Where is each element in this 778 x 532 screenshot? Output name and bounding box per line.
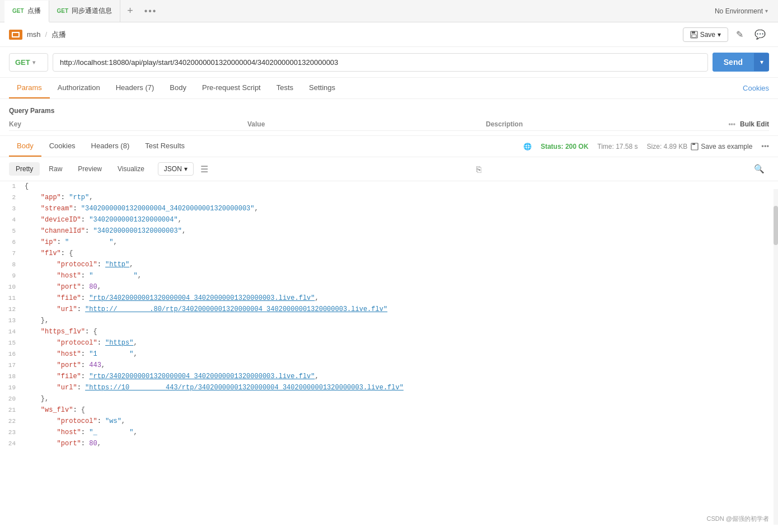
bulk-edit-button[interactable]: Bulk Edit	[740, 120, 769, 128]
json-tab-raw[interactable]: Raw	[42, 162, 69, 176]
tab-method-badge-2: GET	[57, 8, 69, 14]
resp-tab-body[interactable]: Body	[9, 136, 41, 157]
tab-label-1: 点播	[27, 6, 41, 16]
line-content-15: "protocol": "https",	[25, 338, 774, 349]
response-section: Body Cookies Headers (8) Test Results 🌐 …	[0, 136, 778, 478]
line-content-4: "deviceID": "34020000001320000004",	[25, 215, 774, 225]
line-number-9: 9	[4, 271, 25, 281]
line-number-23: 23	[4, 427, 25, 438]
tab-settings[interactable]: Settings	[301, 78, 343, 98]
line-content-20: },	[25, 394, 774, 404]
json-tab-preview[interactable]: Preview	[71, 162, 109, 176]
line-number-20: 20	[4, 394, 25, 404]
line-number-2: 2	[4, 192, 25, 203]
json-line-15: 15 "protocol": "https",	[0, 338, 778, 349]
svg-rect-1	[692, 31, 695, 34]
url-input[interactable]	[53, 53, 708, 72]
response-actions: Save as example •••	[687, 140, 769, 153]
line-content-22: "protocol": "ws",	[25, 416, 774, 427]
tab-tests[interactable]: Tests	[269, 78, 301, 98]
params-more-icon[interactable]: •••	[728, 120, 735, 128]
json-line-24: 24 "port": 80,	[0, 439, 778, 450]
line-number-1: 1	[4, 181, 25, 192]
save-button[interactable]: Save ▾	[683, 27, 728, 42]
line-number-12: 12	[4, 304, 25, 315]
line-content-24: "port": 80,	[25, 439, 774, 449]
scrollbar-thumb[interactable]	[774, 206, 778, 245]
params-header-actions: ••• Bulk Edit	[724, 120, 769, 128]
line-number-6: 6	[4, 237, 25, 248]
json-search-icon[interactable]: 🔍	[749, 162, 769, 176]
new-tab-button[interactable]: +	[120, 0, 140, 22]
query-params-section: Query Params Key Value Description ••• B…	[0, 99, 778, 136]
line-content-11: "file": "rtp/34020000001320000004_340200…	[25, 293, 774, 304]
tab-prerequest[interactable]: Pre-request Script	[194, 78, 269, 98]
json-format-selector[interactable]: JSON ▾	[158, 162, 194, 176]
cookies-link[interactable]: Cookies	[743, 84, 769, 92]
resp-tab-headers[interactable]: Headers (8)	[83, 136, 138, 157]
breadcrumb-actions: Save ▾ ✎ 💬	[683, 26, 769, 43]
tab-headers[interactable]: Headers (7)	[108, 78, 162, 98]
json-line-11: 11 "file": "rtp/34020000001320000004_340…	[0, 293, 778, 304]
json-line-19: 19 "url": "https://10 443/rtp/3402000000…	[0, 383, 778, 394]
tab-get-sync[interactable]: GET 同步通道信息	[49, 0, 121, 22]
line-content-8: "protocol": "http",	[25, 260, 774, 270]
line-content-21: "ws_flv": {	[25, 405, 774, 416]
line-content-3: "stream": "34020000001320000004_34020000…	[25, 204, 774, 214]
resp-tab-cookies[interactable]: Cookies	[41, 136, 83, 157]
line-content-19: "url": "https://10 443/rtp/3402000000132…	[25, 383, 774, 393]
breadcrumb-bar: msh / 点播 Save ▾ ✎ 💬	[0, 22, 778, 47]
line-content-16: "host": "1 ",	[25, 349, 774, 360]
line-content-18: "file": "rtp/34020000001320000004_340200…	[25, 371, 774, 382]
environment-selector[interactable]: No Environment ▾	[709, 7, 774, 15]
line-content-17: "port": 443,	[25, 360, 774, 371]
json-content[interactable]: 1{2 "app": "rtp",3 "stream": "3402000000…	[0, 181, 778, 478]
time-text: Time: 17.58 s	[597, 143, 638, 150]
resp-tab-test-results[interactable]: Test Results	[137, 136, 193, 157]
tab-authorization[interactable]: Authorization	[50, 78, 108, 98]
method-selector[interactable]: GET ▾	[9, 53, 48, 72]
response-status: 🌐 Status: 200 OK Time: 17.58 s Size: 4.8…	[523, 143, 687, 150]
scrollbar-track[interactable]	[774, 189, 778, 478]
line-content-9: "host": " ",	[25, 271, 774, 281]
line-number-22: 22	[4, 416, 25, 427]
json-copy-icon[interactable]: ⎘	[472, 162, 486, 176]
col-value: Value	[247, 120, 486, 128]
tab-body[interactable]: Body	[162, 78, 194, 98]
tab-bar: GET 点播 GET 同步通道信息 + ••• No Environment ▾	[0, 0, 778, 22]
query-params-title: Query Params	[9, 103, 769, 118]
line-number-18: 18	[4, 371, 25, 382]
json-line-23: 23 "host": "_ ",	[0, 427, 778, 439]
send-dropdown-button[interactable]: ▾	[754, 53, 769, 71]
tab-params[interactable]: Params	[9, 78, 50, 98]
send-main-button[interactable]: Send	[713, 53, 754, 72]
tab-more-button[interactable]: •••	[140, 0, 162, 22]
save-example-button[interactable]: Save as example	[687, 140, 756, 153]
environment-label: No Environment	[715, 7, 763, 15]
breadcrumb-workspace[interactable]: msh	[27, 30, 41, 39]
response-more-icon[interactable]: •••	[761, 142, 769, 150]
json-line-6: 6 "ip": " ",	[0, 237, 778, 248]
breadcrumb-current: 点播	[51, 30, 66, 40]
size-text: Size: 4.89 KB	[647, 143, 688, 150]
line-number-24: 24	[4, 439, 25, 449]
tab-method-badge-1: GET	[12, 8, 24, 14]
params-header: Key Value Description ••• Bulk Edit	[9, 118, 769, 131]
json-tab-pretty[interactable]: Pretty	[9, 162, 40, 176]
json-line-18: 18 "file": "rtp/34020000001320000004_340…	[0, 371, 778, 383]
environment-chevron: ▾	[765, 8, 768, 14]
url-bar: GET ▾ Send ▾	[0, 47, 778, 78]
line-number-19: 19	[4, 383, 25, 393]
line-content-6: "ip": " ",	[25, 237, 774, 248]
json-line-14: 14 "https_flv": {	[0, 327, 778, 338]
json-line-21: 21 "ws_flv": {	[0, 405, 778, 416]
json-tab-visualize[interactable]: Visualize	[111, 162, 151, 176]
json-filter-icon[interactable]: ☰	[200, 164, 208, 175]
line-content-13: },	[25, 316, 774, 326]
comment-button[interactable]: 💬	[751, 26, 769, 43]
json-line-4: 4 "deviceID": "34020000001320000004",	[0, 215, 778, 226]
send-button-group[interactable]: Send ▾	[713, 53, 769, 72]
edit-button[interactable]: ✎	[733, 26, 747, 43]
tab-get-dianzuan[interactable]: GET 点播	[4, 1, 49, 22]
json-line-7: 7 "flv": {	[0, 248, 778, 260]
